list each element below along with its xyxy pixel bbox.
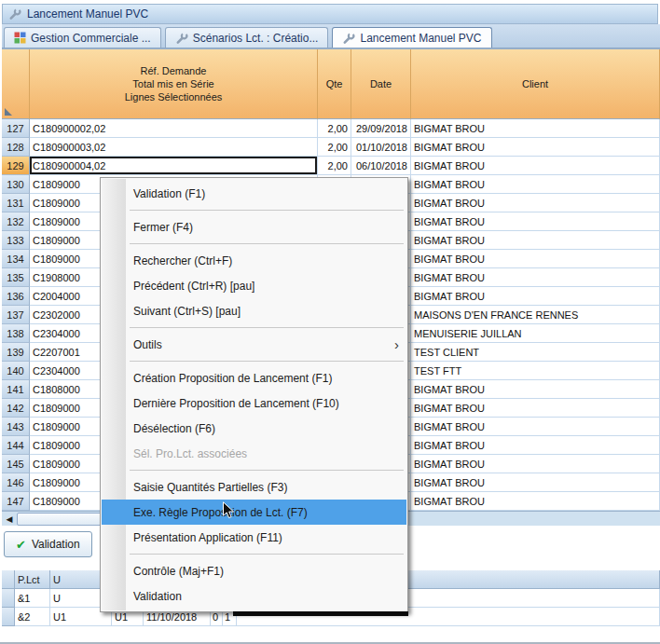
row-header-cell[interactable] [2, 608, 15, 626]
row-number-cell[interactable]: 130 [2, 175, 30, 194]
table-row[interactable]: 129 C180900004,02 2,00 06/10/2018 BIGMAT… [2, 157, 660, 175]
wrench-icon [175, 32, 188, 45]
client-cell[interactable]: BIGMAT BROU [411, 380, 660, 399]
date-cell[interactable]: 29/09/2018 [351, 119, 411, 138]
submenu-arrow-icon: › [394, 337, 399, 351]
row-number-cell[interactable]: 132 [2, 212, 30, 231]
row-number-cell[interactable]: 144 [2, 436, 30, 455]
context-menu-item[interactable]: Saisie Quantités Partielles (F3) [102, 474, 406, 500]
client-cell[interactable]: BIGMAT BROU [411, 138, 660, 157]
row-number-cell[interactable]: 139 [2, 343, 30, 362]
context-menu-item[interactable]: Exe. Règle Proposition de Lct. (F7) [102, 500, 406, 525]
row-number-cell[interactable]: 129 [2, 157, 30, 175]
qte-cell[interactable]: 2,00 [318, 119, 351, 138]
client-cell[interactable]: BIGMAT BROU [411, 473, 660, 492]
context-menu-item[interactable]: Contrôle (Maj+F1) [102, 558, 406, 583]
row-number-cell[interactable]: 146 [2, 473, 30, 492]
context-menu-item[interactable]: Dernière Proposition de Lancement (F10) [102, 391, 406, 416]
context-menu-item[interactable]: Sél. Pro.Lct. associées [102, 441, 406, 466]
column-header-ref[interactable]: Réf. Demande Total mis en Série Lignes S… [30, 49, 318, 119]
context-menu-item[interactable]: Création Proposition de Lancement (F1) [102, 365, 406, 391]
client-cell[interactable]: BIGMAT BROU [411, 119, 660, 138]
tab-label: Lancement Manuel PVC [360, 32, 481, 45]
menu-item-label: Sél. Pro.Lct. associées [133, 447, 247, 460]
row-number-cell[interactable]: 142 [2, 399, 30, 418]
tab-label: Gestion Commerciale ... [31, 32, 151, 45]
tab-label: Scénarios Lct. : Créatio... [193, 32, 319, 45]
row-number-cell[interactable]: 136 [2, 287, 30, 306]
context-menu-item[interactable]: Outils › [102, 332, 406, 357]
row-number-cell[interactable]: 135 [2, 268, 30, 287]
column-header-client[interactable]: Client [411, 49, 660, 119]
client-cell[interactable]: TEST FTT [411, 362, 660, 380]
tab[interactable]: Lancement Manuel PVC [332, 27, 491, 48]
context-menu-item[interactable]: Suivant (Ctrl+S) [pau] [102, 298, 406, 323]
client-cell[interactable]: BIGMAT BROU [411, 287, 660, 306]
plct-cell[interactable]: &1 [15, 589, 50, 608]
qte-cell[interactable]: 2,00 [318, 157, 351, 175]
context-menu-item[interactable]: Présentation Application (F11) [102, 525, 406, 550]
ref-cell[interactable]: C180900002,02 [30, 119, 318, 138]
client-cell[interactable]: BIGMAT BROU [411, 250, 660, 268]
column-header-qte[interactable]: Qte [318, 49, 351, 119]
tab[interactable]: Scénarios Lct. : Créatio... [165, 27, 329, 48]
row-number-cell[interactable]: 141 [2, 380, 30, 399]
client-cell[interactable]: BIGMAT BROU [411, 194, 660, 212]
client-cell[interactable]: BIGMAT BROU [411, 175, 660, 194]
row-number-cell[interactable]: 140 [2, 362, 30, 380]
client-cell[interactable]: BIGMAT BROU [411, 436, 660, 455]
client-cell[interactable]: MENUISERIE JUILLAN [411, 324, 660, 343]
column-header-date[interactable]: Date [351, 49, 411, 119]
tab[interactable]: Gestion Commerciale ... [4, 27, 161, 48]
client-cell[interactable]: TEST CLIENT [411, 343, 660, 362]
client-cell[interactable]: MAISONS D'EN FRANCE RENNES [411, 306, 660, 324]
scroll-left-button[interactable]: ◀ [2, 512, 17, 527]
context-menu-item[interactable]: Validation (F1) [102, 181, 406, 206]
select-all-corner[interactable] [2, 49, 30, 119]
client-cell[interactable]: BIGMAT BROU [411, 418, 660, 436]
menu-item-label: Contrôle (Maj+F1) [133, 565, 224, 578]
client-cell[interactable]: BIGMAT BROU [411, 492, 660, 511]
client-cell[interactable]: BIGMAT BROU [411, 212, 660, 231]
column-header-plct[interactable]: P.Lct [15, 570, 50, 589]
row-number-cell[interactable]: 138 [2, 324, 30, 343]
row-number-cell[interactable]: 137 [2, 306, 30, 324]
table-row[interactable]: 128 C180900003,02 2,00 01/10/2018 BIGMAT… [2, 138, 660, 157]
context-menu-item[interactable]: Rechercher (Ctrl+F) [102, 248, 406, 273]
client-cell[interactable]: BIGMAT BROU [411, 231, 660, 250]
context-menu-item[interactable]: Validation [102, 583, 406, 609]
client-cell[interactable]: BIGMAT BROU [411, 157, 660, 175]
row-header-cell[interactable] [2, 589, 15, 608]
row-number-cell[interactable]: 131 [2, 194, 30, 212]
ref-cell[interactable]: C180900004,02 [30, 157, 318, 175]
titlebar: Lancement Manuel PVC [2, 4, 658, 24]
row-number-cell[interactable]: 128 [2, 138, 30, 157]
row-number-cell[interactable]: 143 [2, 418, 30, 436]
row-number-cell[interactable]: 133 [2, 231, 30, 250]
row-number-cell[interactable]: 145 [2, 455, 30, 473]
validation-button[interactable]: ✔ Validation [4, 531, 92, 557]
context-menu-item[interactable]: Précédent (Ctrl+R) [pau] [102, 273, 406, 298]
menu-item-label: Désélection (F6) [133, 422, 215, 435]
client-cell[interactable]: BIGMAT BROU [411, 268, 660, 287]
row-number-cell[interactable]: 147 [2, 492, 30, 511]
wrench-icon [342, 32, 355, 45]
menu-item-label: Saisie Quantités Partielles (F3) [133, 481, 287, 494]
date-cell[interactable]: 01/10/2018 [351, 138, 411, 157]
context-menu-item[interactable]: Fermer (F4) [102, 214, 406, 240]
app-grid-icon [14, 32, 26, 44]
table-row[interactable]: 127 C180900002,02 2,00 29/09/2018 BIGMAT… [2, 119, 660, 138]
client-cell[interactable]: BIGMAT BROU [411, 399, 660, 418]
client-cell[interactable]: BIGMAT BROU [411, 455, 660, 473]
header-line: Lignes Sélectionnées [125, 90, 223, 103]
qte-cell[interactable]: 2,00 [318, 138, 351, 157]
row-number-cell[interactable]: 134 [2, 250, 30, 268]
ref-cell[interactable]: C180900003,02 [30, 138, 318, 157]
date-cell[interactable]: 06/10/2018 [351, 157, 411, 175]
plct-cell[interactable]: &2 [15, 608, 50, 626]
row-number-cell[interactable]: 127 [2, 119, 30, 138]
bottom-corner-cell[interactable] [2, 570, 15, 589]
menu-item-label: Outils [133, 338, 162, 351]
tab-bar: Gestion Commerciale ... Scénarios Lct. :… [2, 24, 660, 48]
context-menu-item[interactable]: Désélection (F6) [102, 416, 406, 441]
